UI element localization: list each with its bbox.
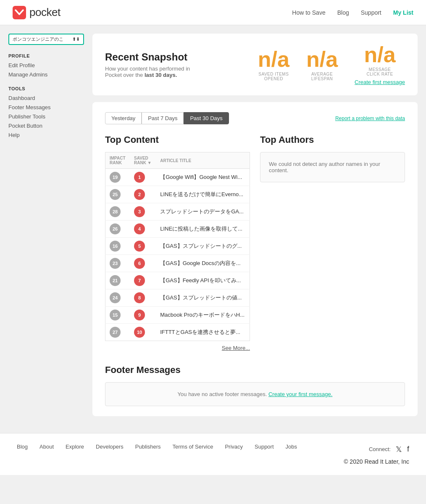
article-title-cell[interactable]: LINEに投稿した画像を取得して... bbox=[156, 220, 250, 238]
impact-rank-circle: 24 bbox=[110, 292, 121, 303]
edit-profile-link[interactable]: Edit Profile bbox=[8, 62, 35, 68]
table-row: 21 7 【GAS】Feedly APIを叩いてみ... bbox=[105, 272, 250, 289]
table-row: 25 2 LINEを送るだけで簡単にEverno... bbox=[105, 186, 250, 203]
my-list-link[interactable]: My List bbox=[393, 9, 413, 16]
saved-rank-circle: 10 bbox=[134, 327, 145, 338]
saved-rank-circle: 8 bbox=[134, 292, 145, 303]
footer-messages-title: Footer Messages bbox=[105, 365, 405, 375]
saved-rank-cell: 10 bbox=[130, 324, 156, 341]
sidebar: ポンコツエンジニアのこ ⬆⬇ PROFILE Edit Profile Mana… bbox=[8, 34, 84, 416]
impact-rank-circle: 25 bbox=[110, 189, 121, 200]
table-row: 24 8 【GAS】スプレッドシートの値... bbox=[105, 289, 250, 307]
pocket-button-link[interactable]: Pocket Button bbox=[8, 123, 42, 129]
twitter-icon[interactable]: 𝕏 bbox=[396, 445, 402, 454]
saved-rank-cell: 7 bbox=[130, 272, 156, 289]
impact-rank-circle: 16 bbox=[110, 241, 121, 252]
saved-rank-cell: 1 bbox=[130, 169, 156, 186]
impact-rank-cell: 19 bbox=[105, 169, 130, 186]
footer-privacy-link[interactable]: Privacy bbox=[225, 444, 243, 450]
stat-click-value: n/a bbox=[355, 44, 405, 66]
impact-rank-circle: 15 bbox=[110, 310, 121, 320]
publisher-tools-link[interactable]: Publisher Tools bbox=[8, 113, 45, 120]
report-problem-link[interactable]: Report a problem with this data bbox=[335, 116, 405, 121]
footer-terms-link[interactable]: Terms of Service bbox=[173, 444, 213, 450]
how-to-save-link[interactable]: How to Save bbox=[292, 9, 325, 16]
saved-rank-circle: 2 bbox=[134, 189, 145, 200]
copyright: © 2020 Read It Later, Inc bbox=[344, 458, 409, 465]
article-title-cell[interactable]: LINEを送るだけで簡単にEverno... bbox=[156, 186, 250, 203]
manage-admins-link[interactable]: Manage Admins bbox=[8, 71, 47, 78]
footer-about-link[interactable]: About bbox=[39, 444, 54, 450]
stat-click-rate: n/a MESSAGECLICK RATE Create first messa… bbox=[355, 44, 405, 85]
impact-rank-cell: 24 bbox=[105, 289, 130, 307]
header: pocket How to Save Blog Support My List bbox=[0, 0, 426, 25]
table-row: 28 3 スプレッドシートのデータをGA... bbox=[105, 203, 250, 220]
see-more-link[interactable]: See More... bbox=[222, 345, 250, 351]
article-title-cell[interactable]: Macbook ProのキーボードをハH... bbox=[156, 307, 250, 324]
stat-lifespan-label: AVERAGELIFESPAN bbox=[306, 72, 338, 81]
page-layout: ポンコツエンジニアのこ ⬆⬇ PROFILE Edit Profile Mana… bbox=[0, 25, 426, 425]
saved-rank-circle: 1 bbox=[134, 172, 145, 183]
footer-jobs-link[interactable]: Jobs bbox=[286, 444, 297, 450]
authors-message: We could not detect any author names in … bbox=[269, 161, 396, 173]
impact-rank-cell: 16 bbox=[105, 238, 130, 255]
create-first-footer-message-link[interactable]: Create your first message. bbox=[268, 391, 332, 397]
footer-messages-link[interactable]: Footer Messages bbox=[8, 104, 50, 110]
footer-publishers-link[interactable]: Publishers bbox=[135, 444, 161, 450]
article-title-cell[interactable]: 【GAS】スプレッドシートの値... bbox=[156, 289, 250, 307]
saved-rank-cell: 8 bbox=[130, 289, 156, 307]
footer-support-link[interactable]: Support bbox=[255, 444, 274, 450]
footer-messages-text: You have no active footer messages. Crea… bbox=[114, 391, 396, 397]
saved-rank-circle: 6 bbox=[134, 258, 145, 269]
impact-rank-circle: 19 bbox=[110, 172, 121, 183]
article-title-cell[interactable]: 【GAS】Google Docsの内容を... bbox=[156, 255, 250, 272]
tab-yesterday[interactable]: Yesterday bbox=[105, 112, 142, 124]
profile-links: Edit Profile Manage Admins bbox=[8, 62, 84, 78]
tab-buttons: Yesterday Past 7 Days Past 30 Days bbox=[105, 112, 229, 124]
impact-rank-circle: 26 bbox=[110, 223, 121, 234]
tab-past-30-days[interactable]: Past 30 Days bbox=[184, 112, 229, 124]
dashboard-link[interactable]: Dashboard bbox=[8, 95, 35, 101]
top-content-title: Top Content bbox=[105, 134, 250, 145]
footer-blog-link[interactable]: Blog bbox=[17, 444, 28, 450]
table-row: 27 10 IFTTTとGASを連携させると夢... bbox=[105, 324, 250, 341]
logo-text: pocket bbox=[29, 6, 60, 19]
tools-section-title: TOOLS bbox=[8, 86, 84, 91]
logo[interactable]: pocket bbox=[13, 6, 60, 19]
content-table: IMPACTRANK SAVEDRANK ▼ ARTICLE TITLE 19 … bbox=[105, 152, 250, 341]
saved-rank-circle: 9 bbox=[134, 310, 145, 320]
tab-past-7-days[interactable]: Past 7 Days bbox=[142, 112, 184, 124]
page-footer: Blog About Explore Developers Publishers… bbox=[0, 433, 426, 475]
article-title-cell[interactable]: IFTTTとGASを連携させると夢... bbox=[156, 324, 250, 341]
saved-rank-circle: 5 bbox=[134, 241, 145, 252]
col-article-title: ARTICLE TITLE bbox=[156, 152, 250, 169]
top-authors-title: Top Authors bbox=[260, 134, 405, 145]
article-title-cell[interactable]: 【GAS】Feedly APIを叩いてみ... bbox=[156, 272, 250, 289]
blog-link[interactable]: Blog bbox=[337, 9, 349, 16]
snapshot-text: Recent Snapshot How your content has per… bbox=[105, 51, 197, 78]
saved-rank-cell: 5 bbox=[130, 238, 156, 255]
stat-click-label: MESSAGECLICK RATE bbox=[355, 67, 405, 76]
support-link[interactable]: Support bbox=[361, 9, 381, 16]
pocket-logo-icon bbox=[13, 6, 26, 19]
impact-rank-cell: 26 bbox=[105, 220, 130, 238]
article-title-cell[interactable]: 【Google Wifi】Google Nest Wi... bbox=[156, 169, 250, 186]
col-saved-rank: SAVEDRANK ▼ bbox=[130, 152, 156, 169]
facebook-icon[interactable]: f bbox=[407, 445, 409, 454]
help-link[interactable]: Help bbox=[8, 132, 20, 138]
top-authors-section: Top Authors We could not detect any auth… bbox=[260, 134, 405, 351]
create-first-message-link[interactable]: Create first message bbox=[355, 79, 405, 85]
article-title-cell[interactable]: スプレッドシートのデータをGA... bbox=[156, 203, 250, 220]
article-title-cell[interactable]: 【GAS】スプレッドシートのグ... bbox=[156, 238, 250, 255]
chevron-down-icon: ⬆⬇ bbox=[72, 37, 80, 42]
footer-messages-box: You have no active footer messages. Crea… bbox=[105, 382, 405, 406]
account-name: ポンコツエンジニアのこ bbox=[13, 36, 63, 42]
footer-explore-link[interactable]: Explore bbox=[66, 444, 84, 450]
stat-saved-value: n/a bbox=[258, 48, 289, 70]
account-selector[interactable]: ポンコツエンジニアのこ ⬆⬇ bbox=[8, 34, 84, 45]
profile-section-title: PROFILE bbox=[8, 53, 84, 58]
impact-rank-circle: 21 bbox=[110, 275, 121, 286]
connect-label: Connect: bbox=[369, 446, 391, 452]
footer-developers-link[interactable]: Developers bbox=[96, 444, 124, 450]
footer-links: Blog About Explore Developers Publishers… bbox=[17, 444, 297, 450]
